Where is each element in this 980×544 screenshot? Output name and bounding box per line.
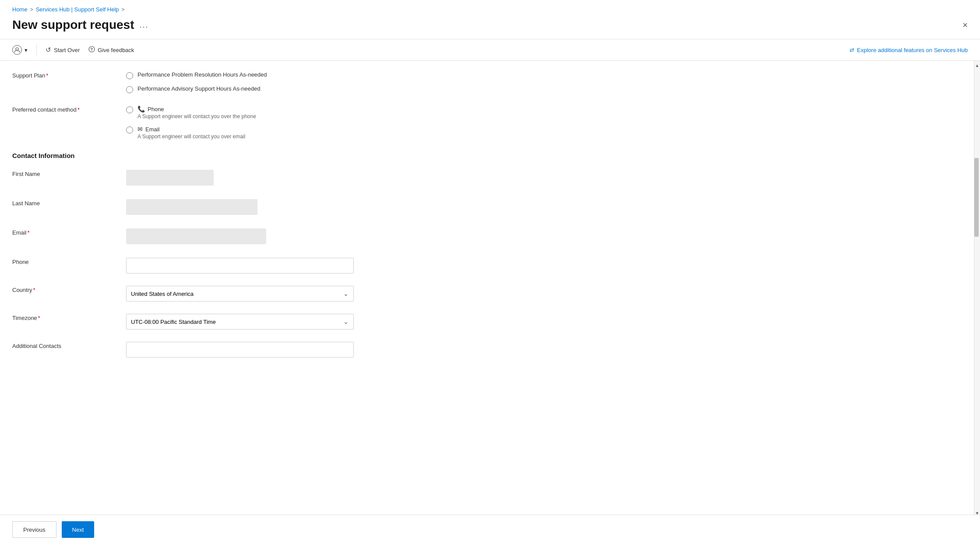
contact-info-title: Contact Information [12, 152, 950, 159]
support-plan-option-2[interactable]: Performance Advisory Support Hours As-ne… [126, 85, 950, 93]
phone-sublabel: A Support engineer will contact you over… [137, 113, 256, 119]
next-button[interactable]: Next [62, 521, 95, 538]
page-header: New support request ... × [0, 16, 980, 39]
last-name-control [126, 199, 950, 216]
email-icon: ✉ [137, 126, 143, 133]
email-sublabel: A Support engineer will contact you over… [137, 133, 245, 140]
start-over-label: Start Over [54, 47, 80, 53]
support-plan-label-1: Performance Problem Resolution Hours As-… [137, 71, 267, 78]
phone-label: Phone [12, 258, 126, 265]
toolbar-separator [36, 44, 37, 56]
first-name-control [126, 170, 950, 187]
feedback-icon [88, 46, 95, 54]
explore-icon: ⇄ [850, 47, 854, 53]
country-control: United States of America [126, 286, 950, 302]
support-plan-required: * [46, 72, 48, 79]
email-value [126, 228, 266, 244]
page-title-area: New support request ... [12, 18, 149, 32]
phone-input[interactable] [126, 258, 354, 274]
give-feedback-label: Give feedback [98, 47, 134, 53]
breadcrumb-sep2: > [122, 7, 125, 13]
timezone-control: UTC-08:00 Pacific Standard Time [126, 314, 950, 330]
previous-button[interactable]: Previous [12, 521, 56, 538]
support-plan-radio-1[interactable] [126, 72, 133, 79]
explore-label: Explore additional features on Services … [857, 47, 968, 53]
timezone-label: Timezone* [12, 314, 126, 321]
breadcrumb-services-hub[interactable]: Services Hub | Support Self Help [36, 6, 119, 13]
contact-method-options: 📞 Phone A Support engineer will contact … [126, 105, 950, 140]
first-name-value [126, 170, 214, 186]
contact-method-email-radio[interactable] [126, 126, 133, 133]
toolbar: ▾ ↺ Start Over Give feedback ⇄ Explore a… [0, 39, 980, 61]
email-row: Email* [12, 228, 950, 246]
svg-point-2 [92, 50, 92, 51]
breadcrumb: Home > Services Hub | Support Self Help … [0, 0, 980, 16]
svg-point-0 [16, 48, 18, 50]
email-control [126, 228, 950, 246]
footer: Previous Next [0, 515, 980, 544]
scroll-thumb[interactable] [974, 158, 979, 237]
chevron-down-icon: ▾ [25, 47, 28, 53]
timezone-row: Timezone* UTC-08:00 Pacific Standard Tim… [12, 314, 950, 330]
additional-contacts-control [126, 342, 950, 358]
phone-control [126, 258, 950, 274]
support-plan-radio-2[interactable] [126, 86, 133, 93]
contact-method-row: Preferred contact method* 📞 Phone A Supp… [12, 105, 950, 140]
contact-method-email-label: Email [145, 126, 160, 133]
user-menu[interactable]: ▾ [12, 45, 28, 55]
first-name-label: First Name [12, 170, 126, 177]
contact-method-phone[interactable]: 📞 Phone A Support engineer will contact … [126, 105, 950, 119]
ellipsis-button[interactable]: ... [139, 21, 148, 30]
toolbar-left: ▾ ↺ Start Over Give feedback [12, 44, 134, 56]
timezone-required: * [38, 315, 40, 321]
scrollbar[interactable]: ▲ ▼ [974, 61, 980, 517]
additional-contacts-label: Additional Contacts [12, 342, 126, 349]
scroll-track[interactable] [974, 70, 980, 509]
start-over-button[interactable]: ↺ Start Over [46, 46, 80, 54]
breadcrumb-sep1: > [30, 7, 33, 13]
country-required: * [33, 287, 35, 293]
country-row: Country* United States of America [12, 286, 950, 302]
email-required: * [28, 229, 30, 236]
page-title: New support request [12, 18, 134, 32]
country-label: Country* [12, 286, 126, 293]
contact-method-label: Preferred contact method* [12, 105, 126, 113]
contact-method-email[interactable]: ✉ Email A Support engineer will contact … [126, 126, 950, 140]
last-name-value [126, 199, 257, 215]
support-plan-options: Performance Problem Resolution Hours As-… [126, 71, 950, 93]
first-name-row: First Name [12, 170, 950, 187]
main-content: Support Plan* Performance Problem Resolu… [0, 61, 980, 380]
breadcrumb-home[interactable]: Home [12, 6, 28, 13]
timezone-select[interactable]: UTC-08:00 Pacific Standard Time [126, 314, 354, 330]
contact-method-required: * [78, 106, 80, 113]
close-button[interactable]: × [962, 20, 968, 30]
give-feedback-button[interactable]: Give feedback [88, 46, 134, 54]
phone-icon: 📞 [137, 105, 145, 112]
user-icon [12, 45, 22, 55]
email-label: Email* [12, 228, 126, 236]
scroll-up-arrow[interactable]: ▲ [974, 61, 980, 70]
contact-method-phone-label: Phone [148, 106, 164, 112]
support-plan-label-2: Performance Advisory Support Hours As-ne… [137, 85, 260, 92]
timezone-select-wrapper: UTC-08:00 Pacific Standard Time [126, 314, 354, 330]
contact-method-phone-radio[interactable] [126, 106, 133, 113]
country-select-wrapper: United States of America [126, 286, 354, 302]
email-option-header: ✉ Email [137, 126, 245, 133]
additional-contacts-input[interactable] [126, 342, 354, 358]
refresh-icon: ↺ [46, 46, 51, 54]
support-plan-row: Support Plan* Performance Problem Resolu… [12, 71, 950, 93]
explore-features-link[interactable]: ⇄ Explore additional features on Service… [850, 47, 968, 53]
phone-row: Phone [12, 258, 950, 274]
support-plan-option-1[interactable]: Performance Problem Resolution Hours As-… [126, 71, 950, 79]
contact-info-section: Contact Information First Name Last Name… [12, 152, 950, 358]
last-name-row: Last Name [12, 199, 950, 216]
phone-option-header: 📞 Phone [137, 105, 256, 112]
last-name-label: Last Name [12, 199, 126, 207]
form-area: Support Plan* Performance Problem Resolu… [12, 71, 968, 370]
country-select[interactable]: United States of America [126, 286, 354, 302]
additional-contacts-row: Additional Contacts [12, 342, 950, 358]
support-plan-label: Support Plan* [12, 71, 126, 79]
